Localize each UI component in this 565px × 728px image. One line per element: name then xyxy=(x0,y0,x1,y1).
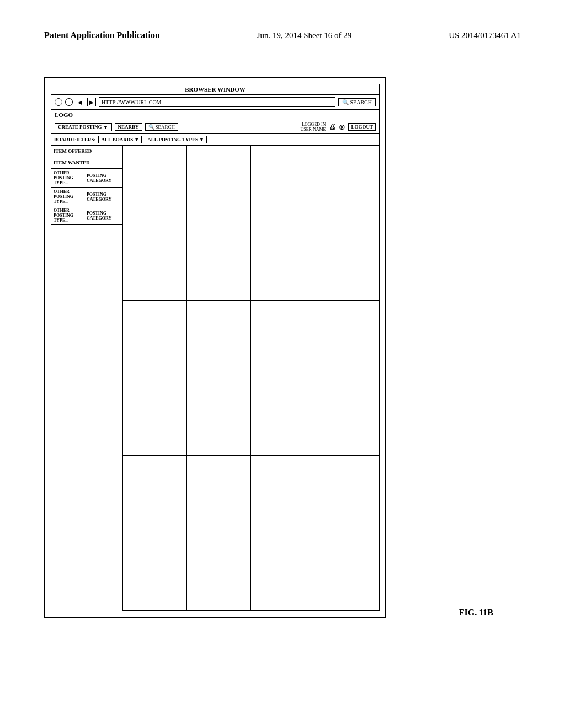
content-grid xyxy=(123,146,379,611)
grid-cell-3-2 xyxy=(187,301,251,378)
grid-cell-1-4 xyxy=(315,146,379,223)
browser-circle-2 xyxy=(65,98,73,106)
all-posting-types-dropdown[interactable]: ALL POSTING TYPES ▼ xyxy=(145,136,207,143)
sidebar-item-other-3[interactable]: OTHER POSTING TYPE... POSTING CATEGORY xyxy=(51,206,122,225)
sidebar-item-other-1[interactable]: OTHER POSTING TYPE... POSTING CATEGORY xyxy=(51,169,122,188)
posting-category-2: POSTING CATEGORY xyxy=(84,188,122,206)
figure-label-text: FIG. 11B xyxy=(459,608,493,617)
url-text: HTTP://WWW.URL.COM xyxy=(102,99,162,105)
grid-cell-3-1 xyxy=(123,301,187,378)
posting-category-1-label: POSTING CATEGORY xyxy=(87,173,120,183)
item-offered-label: ITEM OFFERED xyxy=(54,148,92,154)
sidebar-item-wanted[interactable]: ITEM WANTED xyxy=(51,157,122,169)
grid-cell-2-3 xyxy=(251,223,315,301)
browser-search-button[interactable]: 🔍 SEARCH xyxy=(338,98,376,106)
page-header: Patent Application Publication Jun. 19, … xyxy=(44,30,521,40)
diagram-container: BROWSER WINDOW ◀ ▶ HTTP://WWW.URL.COM 🔍 … xyxy=(44,77,386,618)
grid-cell-4-2 xyxy=(187,378,251,456)
types-arrow-icon: ▼ xyxy=(199,137,204,142)
posting-category-2-label: POSTING CATEGORY xyxy=(87,192,120,202)
grid-cell-6-3 xyxy=(251,533,315,611)
logo-text: LOGO xyxy=(55,111,73,118)
posting-category-3-label: POSTING CATEGORY xyxy=(87,211,120,221)
search-label: SEARCH xyxy=(350,99,372,105)
nav-search-button[interactable]: 🔍 SEARCH xyxy=(145,123,179,131)
grid-cell-3-3 xyxy=(251,301,315,378)
user-icon: 🖨 xyxy=(328,122,336,131)
posting-type-1-label: OTHER POSTING TYPE... xyxy=(54,170,82,185)
nav-search-icon: 🔍 xyxy=(148,124,154,130)
dropdown-arrow-icon: ▼ xyxy=(103,124,109,130)
grid-cell-6-2 xyxy=(187,533,251,611)
grid-cell-1-1 xyxy=(123,146,187,223)
main-content: ITEM OFFERED ITEM WANTED OTHER POSTING T… xyxy=(51,146,379,611)
grid-cell-5-2 xyxy=(187,456,251,533)
posting-type-3-label: OTHER POSTING TYPE... xyxy=(54,208,82,223)
sidebar-empty xyxy=(51,225,122,611)
sidebar-item-offered[interactable]: ITEM OFFERED xyxy=(51,146,122,157)
search-icon: 🔍 xyxy=(342,99,349,105)
sidebar-item-other-2[interactable]: OTHER POSTING TYPE... POSTING CATEGORY xyxy=(51,188,122,206)
browser-url-bar[interactable]: HTTP://WWW.URL.COM xyxy=(99,97,335,107)
logout-button[interactable]: LOGOUT xyxy=(348,123,376,131)
item-wanted-label: ITEM WANTED xyxy=(54,160,90,165)
browser-back-btn[interactable]: ◀ xyxy=(76,98,84,106)
boards-arrow-icon: ▼ xyxy=(134,137,139,142)
nearby-label: NEARBY xyxy=(118,124,139,130)
board-filters-label: BOARD FILTERS: xyxy=(54,137,95,142)
browser-top-bar: ◀ ▶ HTTP://WWW.URL.COM 🔍 SEARCH xyxy=(51,95,379,110)
create-posting-button[interactable]: CREATE POSTING ▼ xyxy=(55,123,112,131)
left-sidebar: ITEM OFFERED ITEM WANTED OTHER POSTING T… xyxy=(51,146,123,611)
grid-cell-4-1 xyxy=(123,378,187,456)
posting-type-1: OTHER POSTING TYPE... xyxy=(51,169,84,187)
all-boards-label: ALL BOARDS xyxy=(101,137,133,142)
grid-cell-2-2 xyxy=(187,223,251,301)
patent-date: Jun. 19, 2014 Sheet 16 of 29 xyxy=(257,31,352,40)
nav-search-label: SEARCH xyxy=(156,124,175,130)
user-name: USER NAME xyxy=(300,127,326,132)
user-info: LOGGED IN USER NAME xyxy=(300,122,326,132)
logout-label: LOGOUT xyxy=(351,124,373,130)
grid-cell-2-1 xyxy=(123,223,187,301)
right-content xyxy=(123,146,379,611)
browser-window: BROWSER WINDOW ◀ ▶ HTTP://WWW.URL.COM 🔍 … xyxy=(51,84,380,611)
posting-category-3: POSTING CATEGORY xyxy=(84,206,122,224)
create-posting-label: CREATE POSTING xyxy=(58,124,102,130)
patent-number: US 2014/0173461 A1 xyxy=(449,31,521,40)
grid-cell-2-4 xyxy=(315,223,379,301)
posting-type-2: OTHER POSTING TYPE... xyxy=(51,188,84,206)
grid-cell-5-1 xyxy=(123,456,187,533)
all-posting-types-label: ALL POSTING TYPES xyxy=(147,137,198,142)
patent-title: Patent Application Publication xyxy=(44,30,160,40)
grid-cell-6-4 xyxy=(315,533,379,611)
board-filters-row: BOARD FILTERS: ALL BOARDS ▼ ALL POSTING … xyxy=(51,134,379,146)
browser-window-label: BROWSER WINDOW xyxy=(51,84,379,95)
grid-cell-3-4 xyxy=(315,301,379,378)
grid-cell-6-1 xyxy=(123,533,187,611)
grid-cell-1-2 xyxy=(187,146,251,223)
grid-cell-1-3 xyxy=(251,146,315,223)
nearby-button[interactable]: NEARBY xyxy=(115,123,142,131)
logo-row: LOGO xyxy=(51,110,379,120)
nav-row: CREATE POSTING ▼ NEARBY 🔍 SEARCH LOGGED … xyxy=(51,120,379,134)
posting-category-1: POSTING CATEGORY xyxy=(84,169,122,187)
all-boards-dropdown[interactable]: ALL BOARDS ▼ xyxy=(98,136,142,143)
posting-type-2-label: OTHER POSTING TYPE... xyxy=(54,189,82,204)
grid-cell-4-4 xyxy=(315,378,379,456)
browser-circle-1 xyxy=(55,98,62,106)
settings-icon: ⊗ xyxy=(339,122,345,132)
posting-type-3: OTHER POSTING TYPE... xyxy=(51,206,84,224)
grid-cell-4-3 xyxy=(251,378,315,456)
grid-cell-5-3 xyxy=(251,456,315,533)
figure-label: FIG. 11B xyxy=(459,608,493,618)
logged-in-label: LOGGED IN xyxy=(302,122,326,127)
grid-cell-5-4 xyxy=(315,456,379,533)
browser-forward-btn[interactable]: ▶ xyxy=(87,98,96,106)
